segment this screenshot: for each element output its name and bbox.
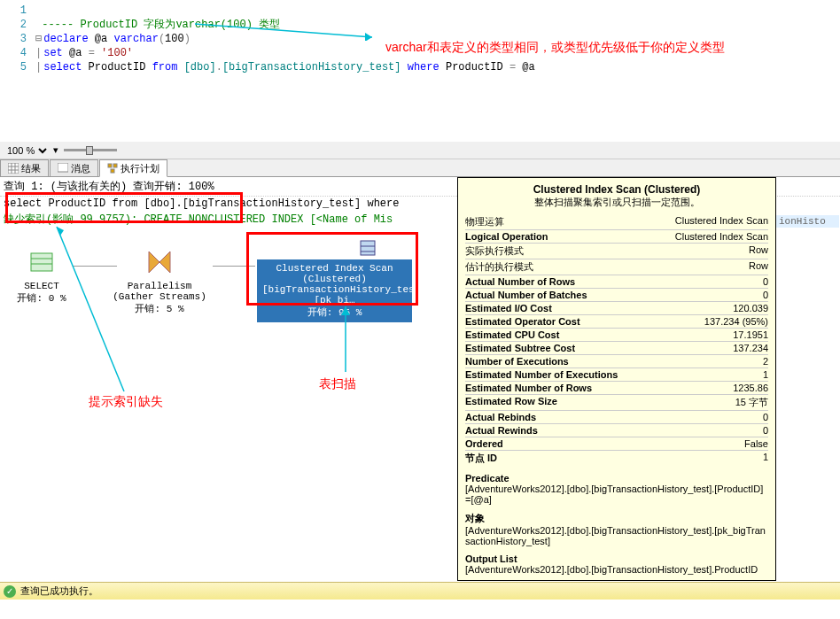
highlight-missing-index [5,192,243,223]
execution-plan-panel[interactable]: 查询 1: (与该批有关的) 查询开销: 100% select Product… [0,177,840,584]
tooltip-row: Estimated CPU Cost17.1951 [465,328,768,341]
plan-node-parallelism[interactable]: Parallelism (Gather Streams) 开销: 5 % [106,248,213,315]
tooltip-row: Actual Number of Rows0 [465,275,768,288]
editor-line[interactable]: 2 ----- ProductID 字段为varchar(100) 类型 [0,18,840,32]
code-content[interactable]: ⊟declare @a varchar(100) [35,32,191,46]
node-parallelism-label2: (Gather Streams) [106,291,213,302]
status-text: 查询已成功执行。 [20,584,98,598]
line-number: 4 [0,46,35,60]
zoom-bar: 100 % ▾ [0,142,840,159]
svg-rect-9 [113,164,117,167]
tab-messages[interactable]: 消息 [50,159,98,176]
svg-marker-20 [57,227,64,236]
node-parallelism-cost: 开销: 5 % [106,302,213,315]
tooltip-predicate-text: [AdventureWorks2012].[dbo].[bigTransacti… [465,484,768,505]
svg-rect-7 [58,163,68,172]
svg-rect-2 [8,163,19,174]
svg-marker-14 [149,251,159,273]
tooltip-output-text: [AdventureWorks2012].[dbo].[bigTransacti… [465,564,768,575]
node-select-label: SELECT [11,281,73,291]
tab-results[interactable]: 结果 [0,159,49,176]
tooltip-row: OrderedFalse [465,437,768,450]
tooltip-object-label: 对象 [465,512,768,525]
tooltip-row: Estimated Number of Rows1235.86 [465,381,768,394]
tooltip-object-text: [AdventureWorks2012].[dbo].[bigTransacti… [465,525,768,546]
highlight-table-scan [246,232,418,306]
tooltip-row: Number of Executions2 [465,354,768,368]
annotation-varchar: varchar和表定义的类型相同，或类型优先级低于你的定义类型 [385,40,725,56]
tab-plan-label: 执行计划 [121,162,159,175]
editor-line[interactable]: 5|select ProductID from [dbo].[bigTransa… [0,60,840,74]
code-content[interactable]: |set @a = '100' [35,46,133,60]
tooltip-row: Estimated I/O Cost120.039 [465,301,768,314]
tab-results-label: 结果 [21,162,41,175]
tooltip-row: 实际执行模式Row [465,243,768,259]
tooltip-row: Actual Rebinds0 [465,410,768,423]
tooltip-row: 节点 ID1 [465,450,768,466]
tooltip-row: Estimated Number of Executions1 [465,368,768,381]
tooltip-row: Actual Number of Batches0 [465,288,768,301]
svg-rect-11 [31,253,52,271]
truncated-text: ionHisto [775,215,839,228]
tooltip-row: Estimated Row Size15 字节 [465,394,768,410]
tooltip-row: 估计的执行模式Row [465,259,768,275]
status-bar: ✓ 查询已成功执行。 [0,582,840,600]
status-success-icon: ✓ [4,585,16,598]
zoom-slider[interactable] [64,149,117,151]
node-parallelism-label1: Parallelism [106,281,213,291]
editor-line[interactable]: 1 [0,4,840,18]
tooltip-predicate-label: Predicate [465,473,768,484]
svg-rect-8 [108,164,112,167]
line-number: 2 [0,18,35,32]
code-content[interactable]: |select ProductID from [dbo].[bigTransac… [35,60,535,74]
svg-marker-15 [159,251,170,273]
code-content[interactable] [35,4,42,18]
scan-cost: 开销: 95 % [262,306,407,319]
tooltip-row: Estimated Operator Cost137.234 (95%) [465,314,768,328]
tooltip-subtitle: 整体扫描聚集索引或只扫描一定范围。 [465,196,768,209]
tab-messages-label: 消息 [71,162,90,175]
line-number: 5 [0,60,35,74]
line-number: 3 [0,32,35,46]
tab-execution-plan[interactable]: 执行计划 [99,159,167,177]
tooltip-row: Actual Rewinds0 [465,423,768,437]
svg-rect-10 [111,169,114,173]
code-content[interactable]: ----- ProductID 字段为varchar(100) 类型 [35,18,280,32]
tooltip-output-label: Output List [465,553,768,564]
results-tabs: 结果 消息 执行计划 [0,159,840,177]
plan-node-select[interactable]: SELECT 开销: 0 % [11,248,73,305]
tooltip-title: Clustered Index Scan (Clustered) [465,183,768,196]
tooltip-row: 物理运算Clustered Index Scan [465,214,768,229]
node-select-cost: 开销: 0 % [11,291,73,305]
zoom-select[interactable]: 100 % [4,144,50,157]
annotation-table-scan: 表扫描 [319,376,356,392]
line-number: 1 [0,4,35,18]
annotation-missing-index: 提示索引缺失 [89,394,163,410]
tooltip-row: Estimated Subtree Cost137.234 [465,341,768,354]
tooltip-row: Logical OperationClustered Index Scan [465,229,768,243]
sql-editor[interactable]: 1 2 ----- ProductID 字段为varchar(100) 类型3⊟… [0,0,840,142]
operator-tooltip: Clustered Index Scan (Clustered) 整体扫描聚集索… [457,177,776,581]
